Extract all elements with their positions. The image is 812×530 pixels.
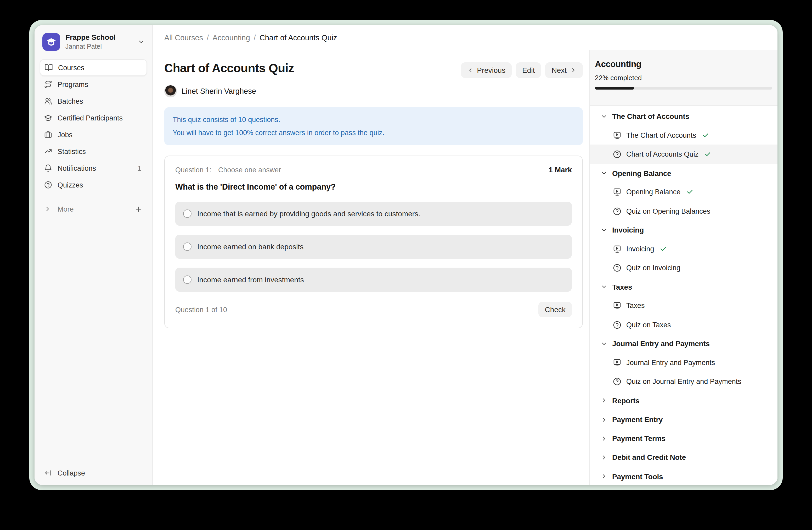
help-circle-icon bbox=[613, 377, 622, 386]
outline-section-journal-entry[interactable]: Journal Entry and Payments bbox=[590, 334, 778, 353]
frappe-school-logo-icon bbox=[42, 33, 60, 51]
question-instruction: Choose one answer bbox=[218, 166, 281, 173]
option-label: Income that is earned by providing goods… bbox=[197, 209, 420, 218]
breadcrumb-current: Chart of Accounts Quiz bbox=[260, 33, 337, 42]
content-header: Chart of Accounts Quiz Previous Edit bbox=[164, 61, 583, 78]
item-label: Quiz on Taxes bbox=[626, 321, 671, 329]
course-progress-text: 22% completed bbox=[595, 74, 772, 82]
section-title: Payment Terms bbox=[612, 434, 666, 443]
help-circle-icon bbox=[613, 207, 622, 215]
help-circle-icon bbox=[44, 181, 52, 189]
chevron-right-icon bbox=[600, 435, 607, 442]
breadcrumb-all-courses[interactable]: All Courses bbox=[164, 33, 203, 42]
answer-option-2[interactable]: Income earned on bank deposits bbox=[175, 235, 572, 259]
question-progress-label: Question 1 of 10 bbox=[175, 306, 227, 313]
outline-item-quiz-active[interactable]: Chart of Accounts Quiz bbox=[590, 145, 778, 164]
outline-section-opening-balance[interactable]: Opening Balance bbox=[590, 164, 778, 182]
question-card-header: Question 1: Choose one answer 1 Mark bbox=[175, 166, 572, 174]
next-button[interactable]: Next bbox=[545, 62, 583, 78]
chevron-down-icon bbox=[600, 340, 607, 347]
outline-item-lesson[interactable]: Taxes bbox=[590, 296, 778, 315]
breadcrumb-accounting[interactable]: Accounting bbox=[213, 33, 250, 42]
chevron-right-icon bbox=[600, 454, 607, 461]
book-open-icon bbox=[44, 64, 53, 72]
outline-item-lesson[interactable]: The Chart of Accounts bbox=[590, 126, 778, 144]
sidebar-item-label: Quizzes bbox=[58, 181, 83, 189]
section-title: Debit and Credit Note bbox=[612, 453, 686, 462]
monitor-play-icon bbox=[613, 245, 622, 253]
add-button[interactable] bbox=[134, 205, 143, 213]
trending-up-icon bbox=[44, 147, 52, 155]
outline-section-taxes[interactable]: Taxes bbox=[590, 277, 778, 296]
outline-item-lesson[interactable]: Journal Entry and Payments bbox=[590, 353, 778, 372]
sidebar-item-more[interactable]: More bbox=[40, 200, 147, 217]
sidebar-item-statistics[interactable]: Statistics bbox=[40, 143, 147, 160]
chevron-down-icon bbox=[600, 113, 607, 120]
outline-section-reports[interactable]: Reports bbox=[590, 391, 778, 410]
next-label: Next bbox=[551, 66, 567, 74]
author-name: Linet Sherin Varghese bbox=[182, 87, 256, 95]
item-label: Opening Balance bbox=[626, 188, 680, 196]
edit-button[interactable]: Edit bbox=[516, 62, 541, 78]
previous-label: Previous bbox=[477, 66, 505, 74]
answer-option-3[interactable]: Income earned from investments bbox=[175, 268, 572, 292]
check-button[interactable]: Check bbox=[539, 302, 572, 317]
bell-icon bbox=[44, 164, 52, 172]
outline-item-lesson[interactable]: Opening Balance bbox=[590, 183, 778, 201]
outline-section-payment-entry[interactable]: Payment Entry bbox=[590, 410, 778, 429]
option-label: Income earned on bank deposits bbox=[197, 242, 303, 251]
collapse-sidebar-button[interactable]: Collapse bbox=[34, 463, 152, 485]
sidebar-item-programs[interactable]: Programs bbox=[40, 76, 147, 93]
route-icon bbox=[44, 80, 52, 88]
section-title: Journal Entry and Payments bbox=[612, 340, 710, 348]
outline-item-lesson[interactable]: Invoicing bbox=[590, 240, 778, 259]
outline-item-quiz[interactable]: Quiz on Journal Entry and Payments bbox=[590, 372, 778, 391]
graduation-cap-icon bbox=[44, 114, 52, 122]
outline-section-chart-of-accounts[interactable]: The Chart of Accounts bbox=[590, 107, 778, 126]
chevron-down-icon bbox=[600, 226, 607, 233]
page-title: Chart of Accounts Quiz bbox=[164, 61, 294, 75]
author-avatar bbox=[164, 85, 177, 97]
outline-item-quiz[interactable]: Quiz on Taxes bbox=[590, 315, 778, 334]
outline-section-debit-credit-note[interactable]: Debit and Credit Note bbox=[590, 448, 778, 467]
sidebar-item-label: Certified Participants bbox=[58, 114, 123, 122]
notice-line: This quiz consists of 10 questions. bbox=[173, 113, 575, 126]
outline-section-payment-tools[interactable]: Payment Tools bbox=[590, 467, 778, 485]
option-label: Income earned from investments bbox=[197, 276, 304, 284]
section-title: Taxes bbox=[612, 283, 632, 291]
sidebar-item-jobs[interactable]: Jobs bbox=[40, 126, 147, 143]
sidebar-item-batches[interactable]: Batches bbox=[40, 93, 147, 110]
chevron-right-icon bbox=[600, 416, 607, 423]
body-row: Chart of Accounts Quiz Previous Edit bbox=[153, 50, 778, 485]
chevron-left-icon bbox=[467, 67, 473, 73]
section-title: Reports bbox=[612, 396, 639, 405]
sidebar-item-label: Courses bbox=[58, 64, 85, 71]
check-label: Check bbox=[545, 305, 566, 314]
sidebar-item-courses[interactable]: Courses bbox=[40, 59, 147, 76]
outline-section-payment-terms[interactable]: Payment Terms bbox=[590, 429, 778, 448]
chevron-right-icon bbox=[570, 67, 577, 73]
sidebar-item-certified-participants[interactable]: Certified Participants bbox=[40, 110, 147, 126]
section-title: Invoicing bbox=[612, 226, 644, 234]
sidebar-nav: Courses Programs Batches Certified Parti… bbox=[34, 58, 152, 217]
main-column: All Courses / Accounting / Chart of Acco… bbox=[153, 25, 778, 485]
radio-button[interactable] bbox=[183, 242, 191, 251]
sidebar-item-notifications[interactable]: Notifications 1 bbox=[40, 160, 147, 177]
workspace-switcher[interactable]: Frappe School Jannat Patel bbox=[34, 25, 152, 58]
outline-section-invoicing[interactable]: Invoicing bbox=[590, 221, 778, 239]
sidebar-item-label: Statistics bbox=[58, 148, 86, 155]
outline-item-quiz[interactable]: Quiz on Opening Balances bbox=[590, 201, 778, 221]
section-title: The Chart of Accounts bbox=[612, 112, 689, 121]
outline-item-quiz[interactable]: Quiz on Invoicing bbox=[590, 259, 778, 277]
section-title: Payment Entry bbox=[612, 415, 663, 424]
radio-button[interactable] bbox=[183, 209, 191, 218]
collapse-label: Collapse bbox=[58, 469, 85, 477]
completed-check-icon bbox=[704, 151, 711, 158]
users-icon bbox=[44, 97, 52, 105]
answer-option-1[interactable]: Income that is earned by providing goods… bbox=[175, 201, 572, 226]
radio-button[interactable] bbox=[183, 276, 191, 284]
screenshot-stage: Frappe School Jannat Patel Courses Progr bbox=[0, 0, 812, 530]
help-circle-icon bbox=[613, 320, 622, 329]
previous-button[interactable]: Previous bbox=[461, 62, 512, 78]
sidebar-item-quizzes[interactable]: Quizzes bbox=[40, 177, 147, 193]
